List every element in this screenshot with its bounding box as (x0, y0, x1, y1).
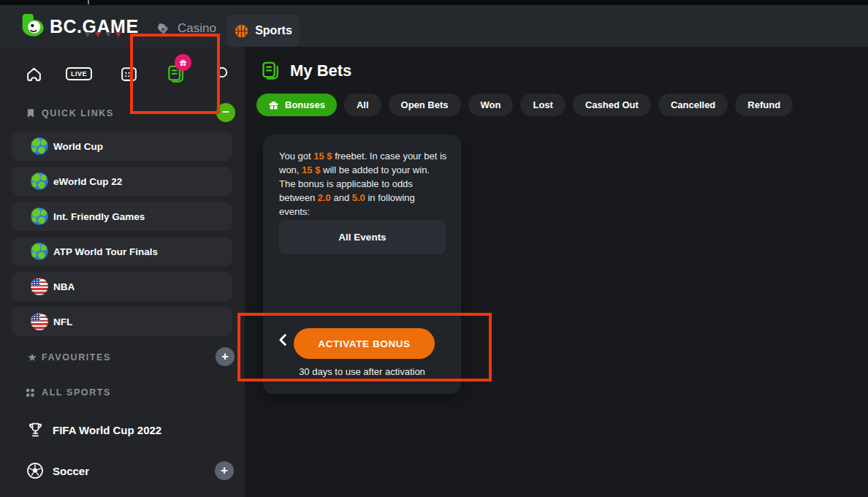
search-icon[interactable] (213, 64, 233, 84)
globe-icon (31, 243, 48, 260)
top-header: BC.GAME Casino Sports (0, 5, 868, 47)
bonus-message-text: and (331, 192, 352, 203)
add-favourite-button[interactable]: + (216, 347, 235, 366)
quick-link-eworld-cup-22[interactable]: eWorld Cup 22 (12, 167, 232, 196)
grid-icon (26, 389, 38, 397)
gift-icon (268, 99, 279, 110)
tab-cashed-out[interactable]: Cashed Out (573, 94, 651, 116)
bonus-odds-min: 2.0 (318, 192, 331, 203)
star-icon: ★ (26, 351, 38, 364)
bonus-message: You got 15 $ freebet. In case your bet i… (279, 149, 447, 219)
app-window: BC.GAME Casino Sports (0, 0, 868, 497)
bonus-expiry-note: 30 days to use after activation (263, 366, 461, 377)
my-bets-icon (261, 61, 281, 81)
live-icon[interactable]: LIVE (69, 64, 89, 84)
sidebar-item-label: Soccer (53, 465, 89, 477)
bonus-notification-badge (175, 54, 191, 71)
bonus-card: You got 15 $ freebet. In case your bet i… (263, 134, 461, 394)
tab-open-bets[interactable]: Open Bets (389, 94, 461, 116)
quick-links-header: QUICK LINKS (0, 104, 245, 123)
bonus-amount: 15 $ (313, 151, 332, 162)
tab-lost[interactable]: Lost (520, 94, 565, 116)
casino-label: Casino (178, 21, 216, 36)
tab-label: Bonuses (285, 99, 325, 110)
main-content: My Bets Bonuses All Open Bets Won Lost C… (245, 47, 868, 497)
bonus-amount: 15 $ (302, 164, 320, 175)
top-strip (0, 0, 868, 5)
us-flag-icon (31, 278, 48, 295)
sidebar: LIVE (0, 47, 245, 497)
globe-icon (31, 208, 48, 225)
tab-label: Lost (533, 99, 552, 110)
basketball-icon (234, 23, 249, 39)
tab-label: Open Bets (401, 99, 449, 110)
quick-link-label: World Cup (53, 141, 103, 152)
collapse-quick-links-button[interactable]: − (216, 103, 235, 122)
schedule-calendar-icon[interactable] (118, 64, 139, 84)
quick-link-label: Int. Friendly Games (53, 211, 145, 222)
tab-label: Won (481, 99, 501, 110)
favourites-title: FAVOURITES (42, 352, 111, 363)
trophy-icon (26, 421, 45, 439)
bcgame-logo[interactable]: BC.GAME (18, 12, 139, 41)
quick-link-label: ATP World Tour Finals (53, 246, 158, 257)
sidebar-item-label: FIFA World Cup 2022 (53, 424, 161, 436)
add-soccer-button[interactable]: + (215, 461, 234, 480)
quick-link-label: NFL (53, 316, 72, 327)
bonus-message-text: You got (279, 151, 313, 162)
chevron-left-icon[interactable] (275, 332, 292, 348)
quick-link-int-friendly-games[interactable]: Int. Friendly Games (12, 202, 232, 231)
casino-icon (155, 20, 171, 37)
nav-tab-casino[interactable]: Casino (155, 20, 216, 37)
globe-icon (31, 172, 48, 190)
tab-cancelled[interactable]: Cancelled (658, 94, 728, 116)
all-sports-header[interactable]: ALL SPORTS (0, 383, 245, 402)
bonus-odds-max: 5.0 (352, 192, 365, 203)
top-strip-tick (88, 0, 89, 4)
quick-links-title: QUICK LINKS (42, 108, 114, 118)
tab-label: Refund (747, 99, 780, 110)
favourites-header: ★ FAVOURITES (0, 348, 245, 367)
tab-won[interactable]: Won (468, 94, 514, 116)
bookmark-icon (26, 108, 38, 118)
quick-link-label: eWorld Cup 22 (53, 176, 122, 187)
sidebar-item-fifa-world-cup-2022[interactable]: FIFA World Cup 2022 (0, 421, 245, 440)
tab-label: Cancelled (671, 99, 715, 110)
sidebar-top-icons: LIVE (0, 47, 245, 98)
us-flag-icon (31, 313, 48, 330)
globe-icon (31, 137, 48, 155)
my-bets-tabs: Bonuses All Open Bets Won Lost Cashed Ou… (256, 94, 793, 116)
soccer-ball-icon (26, 462, 44, 479)
bcgame-logo-icon (18, 12, 45, 40)
all-events-button[interactable]: All Events (279, 220, 446, 254)
quick-link-label: NBA (53, 281, 75, 292)
quick-link-nba[interactable]: NBA (12, 272, 232, 301)
quick-link-atp-world-tour-finals[interactable]: ATP World Tour Finals (12, 237, 232, 266)
page-title: My Bets (290, 61, 351, 80)
sports-label: Sports (255, 24, 292, 37)
nav-tab-sports[interactable]: Sports (226, 15, 300, 47)
live-label: LIVE (66, 67, 92, 80)
tab-all[interactable]: All (344, 94, 381, 116)
all-sports-title: ALL SPORTS (42, 387, 111, 398)
tab-bonuses[interactable]: Bonuses (256, 94, 337, 116)
quick-link-nfl[interactable]: NFL (12, 307, 232, 336)
logo-bunting-flags (85, 32, 121, 37)
quick-link-world-cup[interactable]: World Cup (12, 132, 232, 161)
home-icon[interactable] (23, 64, 44, 84)
all-events-label: All Events (338, 232, 386, 243)
tab-label: All (357, 99, 369, 110)
my-bets-header: My Bets (261, 61, 351, 81)
activate-bonus-button[interactable]: ACTIVATE BONUS (294, 328, 435, 359)
tab-label: Cashed Out (585, 99, 639, 110)
tab-refund[interactable]: Refund (735, 94, 793, 116)
sidebar-item-soccer[interactable]: Soccer (0, 462, 245, 481)
